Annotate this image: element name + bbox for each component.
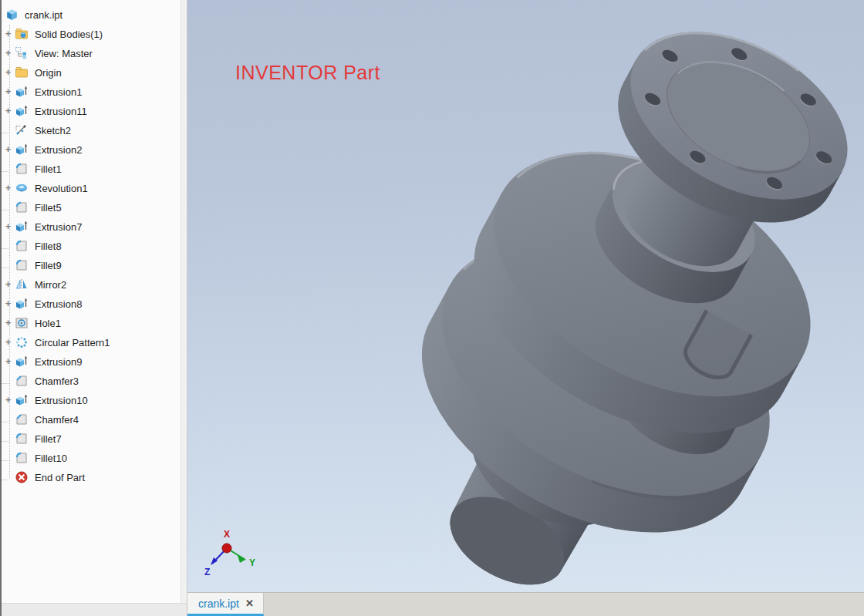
tree-item-label: Fillet5: [35, 201, 62, 214]
mirror-icon: [15, 278, 29, 291]
tree-item-fillet10[interactable]: Fillet10: [2, 448, 187, 467]
y-axis-label: Y: [249, 557, 255, 568]
feature-tree: crank.ipt+Solid Bodies(1)+View: Master+O…: [2, 0, 187, 486]
expander-plus-icon[interactable]: +: [2, 337, 15, 347]
tree-item-end-of-part[interactable]: End of Part: [2, 467, 187, 486]
model-browser-panel: crank.ipt+Solid Bodies(1)+View: Master+O…: [0, 0, 187, 616]
tree-item-fillet5[interactable]: Fillet5: [2, 197, 187, 217]
tree-item-fillet8[interactable]: Fillet8: [2, 236, 187, 255]
expander-plus-icon[interactable]: +: [2, 29, 15, 39]
x-axis-label: X: [224, 529, 230, 540]
end-of-part-icon: [15, 470, 29, 484]
extrusion-icon: [15, 143, 29, 157]
tree-item-label: View: Master: [35, 47, 93, 59]
extrusion-icon: [15, 355, 29, 369]
tree-item-extrusion1[interactable]: +Extrusion1: [2, 82, 187, 101]
view-master-icon: [15, 46, 29, 60]
tree-item-fillet7[interactable]: Fillet7: [2, 429, 187, 448]
expander-plus-icon[interactable]: +: [2, 279, 15, 289]
expander-plus-icon[interactable]: +: [2, 298, 15, 308]
fillet-icon: [15, 200, 29, 214]
document-tab-bar: crank.ipt ✕: [187, 592, 864, 616]
tab-label: crank.ipt: [198, 597, 239, 610]
tree-item-label: Extrusion7: [35, 220, 82, 233]
revolution-icon: [15, 181, 29, 195]
tree-item-extrusion10[interactable]: +Extrusion10: [2, 390, 187, 409]
tree-item-label: Fillet7: [35, 433, 62, 445]
fillet-icon: [15, 258, 29, 272]
tree-item-fillet1[interactable]: Fillet1: [2, 159, 187, 178]
tree-item-label: crank.ipt: [25, 8, 62, 21]
extrusion-icon: [15, 104, 29, 118]
tree-item-mirror2[interactable]: +Mirror2: [2, 274, 187, 294]
fillet-icon: [15, 239, 29, 253]
tree-item-label: Extrusion1: [35, 86, 82, 98]
expander-plus-icon[interactable]: +: [2, 48, 15, 58]
tree-item-label: Circular Pattern1: [35, 336, 110, 348]
chamfer-icon: [15, 412, 29, 426]
tree-item-hole1[interactable]: +Hole1: [2, 313, 187, 332]
expander-plus-icon[interactable]: +: [2, 356, 15, 366]
part-document-icon: [5, 7, 19, 22]
expander-plus-icon[interactable]: +: [2, 67, 15, 77]
solid-bodies-folder-icon: [15, 27, 29, 41]
tree-item-sketch2[interactable]: Sketch2: [2, 120, 187, 140]
graphics-viewport[interactable]: INVENTOR Part: [187, 0, 864, 616]
tree-item-label: Fillet8: [35, 240, 62, 252]
tree-item-label: Mirror2: [35, 278, 66, 291]
tree-item-label: Revolution1: [35, 182, 88, 194]
close-icon[interactable]: ✕: [245, 597, 254, 609]
tab-crank-ipt[interactable]: crank.ipt ✕: [187, 593, 264, 616]
browser-footer: [2, 603, 187, 616]
tree-item-extrusion9[interactable]: +Extrusion9: [2, 352, 187, 371]
tree-item-view-master[interactable]: +View: Master: [2, 43, 187, 62]
extrusion-icon: [15, 393, 29, 407]
crankshaft-model[interactable]: [187, 0, 862, 593]
tree-item-label: Extrusion8: [35, 298, 82, 310]
tree-item-label: Solid Bodies(1): [35, 28, 103, 40]
extrusion-icon: [15, 297, 29, 311]
expander-plus-icon[interactable]: +: [2, 395, 15, 405]
x-axis-dot-icon: [222, 544, 231, 553]
tree-line-stub: [2, 375, 15, 385]
tree-item-solid-bodies-1[interactable]: +Solid Bodies(1): [2, 24, 187, 43]
tree-line-stub: [2, 202, 15, 212]
expander-plus-icon[interactable]: +: [2, 318, 15, 328]
tree-item-crank-ipt[interactable]: crank.ipt: [2, 5, 187, 24]
tree-item-fillet9[interactable]: Fillet9: [2, 255, 187, 274]
tree-line-stub: [2, 433, 15, 443]
expander-plus-icon[interactable]: +: [2, 144, 15, 154]
fillet-icon: [15, 451, 29, 465]
tree-item-label: Fillet9: [35, 259, 62, 271]
tree-item-extrusion2[interactable]: +Extrusion2: [2, 140, 187, 159]
viewport-annotation-text: INVENTOR Part: [235, 62, 380, 84]
sketch-icon: [15, 123, 29, 137]
expander-plus-icon[interactable]: +: [2, 221, 15, 231]
chamfer-icon: [15, 374, 29, 388]
tree-item-label: Extrusion9: [35, 355, 82, 368]
z-axis-label: Z: [204, 567, 210, 577]
expander-plus-icon[interactable]: +: [2, 86, 15, 96]
tree-item-origin[interactable]: +Origin: [2, 62, 187, 82]
tree-item-label: Fillet10: [35, 452, 67, 464]
tree-line-stub: [2, 472, 15, 482]
tree-item-label: Fillet1: [35, 163, 62, 175]
fillet-icon: [15, 162, 29, 176]
tree-item-extrusion7[interactable]: +Extrusion7: [2, 217, 187, 236]
tree-item-extrusion8[interactable]: +Extrusion8: [2, 294, 187, 313]
tree-item-extrusion11[interactable]: +Extrusion11: [2, 101, 187, 120]
tree-item-circular-pattern1[interactable]: +Circular Pattern1: [2, 332, 187, 352]
tree-item-chamfer3[interactable]: Chamfer3: [2, 371, 187, 390]
tree-item-label: Hole1: [35, 317, 61, 329]
expander-plus-icon[interactable]: +: [2, 106, 15, 116]
tree-item-revolution1[interactable]: +Revolution1: [2, 178, 187, 197]
tree-item-label: Chamfer3: [35, 375, 79, 387]
tree-item-label: Sketch2: [35, 124, 71, 136]
origin-folder-icon: [15, 66, 29, 79]
expander-plus-icon[interactable]: +: [2, 183, 15, 193]
tree-line-stub: [2, 414, 15, 424]
tree-item-label: Extrusion10: [35, 394, 88, 406]
tree-item-chamfer4[interactable]: Chamfer4: [2, 409, 187, 429]
extrusion-icon: [15, 85, 29, 99]
axis-triad: X Y Z: [194, 526, 265, 589]
